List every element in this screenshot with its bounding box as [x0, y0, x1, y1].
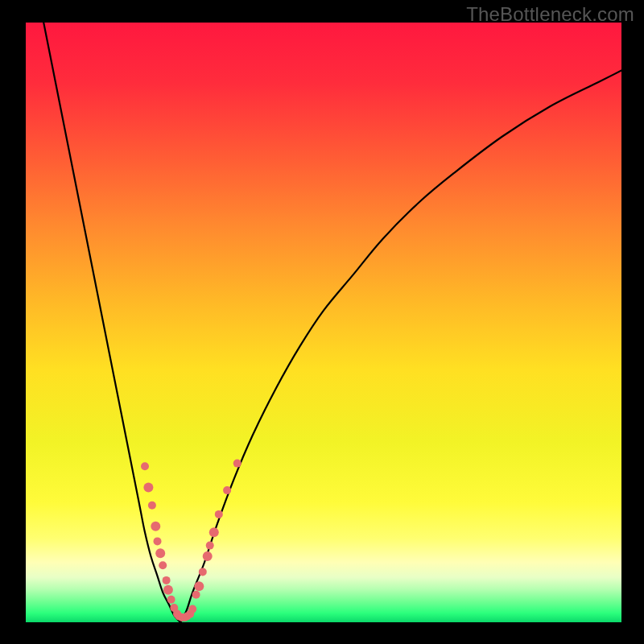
data-point — [192, 591, 200, 599]
data-point — [159, 561, 167, 569]
data-point — [143, 482, 153, 492]
data-point — [154, 537, 162, 545]
data-point — [206, 542, 214, 550]
data-point — [223, 486, 231, 494]
data-point — [199, 568, 207, 576]
data-point — [194, 581, 204, 591]
app-frame: TheBottleneck.com — [0, 0, 644, 644]
data-point — [188, 605, 196, 613]
data-point — [215, 510, 223, 518]
gradient-background — [26, 23, 621, 622]
data-point — [209, 527, 219, 537]
bottleneck-chart — [26, 23, 621, 622]
data-point — [155, 548, 165, 558]
data-point — [233, 460, 242, 468]
data-point — [148, 502, 156, 510]
data-point — [151, 522, 160, 531]
chart-area — [26, 23, 621, 622]
data-point — [163, 576, 171, 584]
data-point — [203, 551, 213, 561]
data-point — [167, 596, 175, 604]
data-point — [163, 585, 173, 595]
data-point — [141, 462, 149, 470]
